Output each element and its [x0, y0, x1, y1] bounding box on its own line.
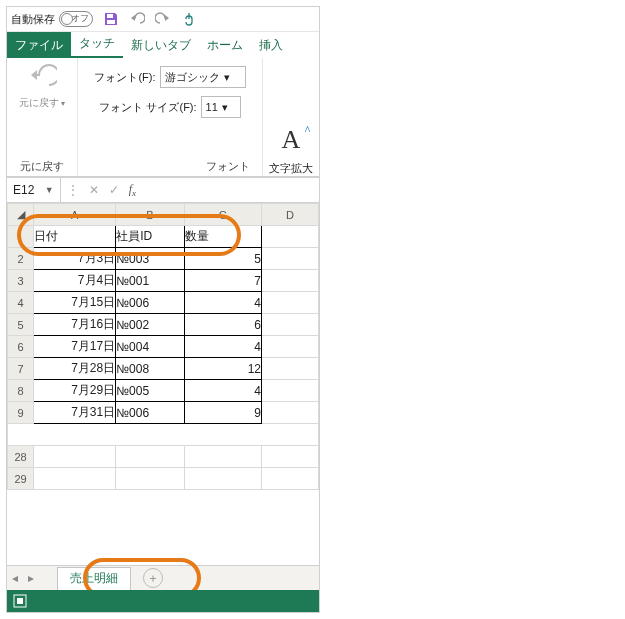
- col-B[interactable]: B: [116, 204, 184, 226]
- cell[interactable]: 7月28日: [34, 358, 116, 380]
- cell[interactable]: 7月4日: [34, 270, 116, 292]
- cell[interactable]: 7月31日: [34, 402, 116, 424]
- cell[interactable]: 7: [184, 270, 261, 292]
- redo-icon[interactable]: [155, 11, 171, 27]
- cell[interactable]: [262, 336, 319, 358]
- cell[interactable]: [262, 468, 319, 490]
- cell[interactable]: 7月15日: [34, 292, 116, 314]
- row-header[interactable]: 28: [8, 446, 34, 468]
- cell[interactable]: №005: [116, 380, 184, 402]
- cell[interactable]: 7月3日: [34, 248, 116, 270]
- col-D[interactable]: D: [262, 204, 319, 226]
- svg-rect-3: [17, 598, 23, 604]
- cell[interactable]: [116, 468, 184, 490]
- row-header[interactable]: 1: [8, 226, 34, 248]
- autosave-toggle[interactable]: 自動保存 オフ: [11, 11, 93, 27]
- row-header[interactable]: 6: [8, 336, 34, 358]
- cell[interactable]: №003: [116, 248, 184, 270]
- svg-rect-0: [107, 14, 113, 18]
- cell[interactable]: [34, 468, 116, 490]
- cell[interactable]: [262, 270, 319, 292]
- cell[interactable]: 4: [184, 292, 261, 314]
- cell[interactable]: 4: [184, 380, 261, 402]
- cell[interactable]: №006: [116, 292, 184, 314]
- cell[interactable]: 4: [184, 336, 261, 358]
- undo-label: 元に戻す▾: [19, 96, 65, 110]
- dots-icon: ⋮: [67, 183, 79, 197]
- undo-icon[interactable]: [129, 11, 145, 27]
- sheet-tab-active[interactable]: 売上明細: [57, 567, 131, 590]
- formula-bar[interactable]: [142, 178, 319, 202]
- row-header[interactable]: 5: [8, 314, 34, 336]
- touch-icon[interactable]: [181, 11, 197, 27]
- tab-touch[interactable]: タッチ: [71, 30, 123, 58]
- font-combo[interactable]: 游ゴシック▾: [160, 66, 246, 88]
- cell[interactable]: [184, 446, 261, 468]
- cell[interactable]: [262, 292, 319, 314]
- sheet-nav-prev[interactable]: ◂: [7, 571, 23, 585]
- cell[interactable]: [262, 358, 319, 380]
- cell[interactable]: [262, 314, 319, 336]
- row-header[interactable]: 4: [8, 292, 34, 314]
- cell[interactable]: 12: [184, 358, 261, 380]
- cell[interactable]: 6: [184, 314, 261, 336]
- svg-rect-1: [107, 20, 115, 24]
- cell[interactable]: №001: [116, 270, 184, 292]
- cell[interactable]: [262, 226, 319, 248]
- undo-group-label: 元に戻す: [20, 159, 64, 174]
- undo-button[interactable]: [26, 62, 58, 94]
- col-C[interactable]: C: [184, 204, 261, 226]
- cell[interactable]: №008: [116, 358, 184, 380]
- row-header[interactable]: 29: [8, 468, 34, 490]
- enlarge-button[interactable]: A^ 文字拡大: [263, 58, 319, 176]
- cell[interactable]: [116, 446, 184, 468]
- tab-home[interactable]: ホーム: [199, 32, 251, 58]
- cell[interactable]: [262, 446, 319, 468]
- tab-insert[interactable]: 挿入: [251, 32, 291, 58]
- enlarge-label: 文字拡大: [269, 161, 313, 176]
- cell[interactable]: [184, 468, 261, 490]
- cell[interactable]: 数量: [184, 226, 261, 248]
- fontsize-combo[interactable]: 11▾: [201, 96, 241, 118]
- add-sheet-button[interactable]: ＋: [143, 568, 163, 588]
- cell[interactable]: 9: [184, 402, 261, 424]
- font-group-label: フォント: [206, 159, 250, 174]
- name-box[interactable]: E12▼: [7, 178, 61, 202]
- cell[interactable]: [262, 402, 319, 424]
- row-header[interactable]: 3: [8, 270, 34, 292]
- autosave-label: 自動保存: [11, 12, 55, 27]
- cell[interactable]: 7月17日: [34, 336, 116, 358]
- row-header[interactable]: 8: [8, 380, 34, 402]
- tab-newtab[interactable]: 新しいタブ: [123, 32, 199, 58]
- cell[interactable]: 5: [184, 248, 261, 270]
- cell[interactable]: 日付: [34, 226, 116, 248]
- fontsize-label: フォント サイズ(F):: [99, 100, 196, 115]
- row-header[interactable]: 9: [8, 402, 34, 424]
- fx-icon[interactable]: fx: [129, 182, 136, 198]
- save-icon[interactable]: [103, 11, 119, 27]
- font-label: フォント(F):: [94, 70, 155, 85]
- autosave-state: オフ: [71, 12, 89, 25]
- col-A[interactable]: A: [34, 204, 116, 226]
- cell[interactable]: №002: [116, 314, 184, 336]
- enter-icon[interactable]: ✓: [109, 183, 119, 197]
- cell[interactable]: [262, 248, 319, 270]
- cell[interactable]: 7月16日: [34, 314, 116, 336]
- cell[interactable]: 7月29日: [34, 380, 116, 402]
- record-macro-icon[interactable]: [13, 594, 27, 608]
- cell[interactable]: №004: [116, 336, 184, 358]
- cell[interactable]: 社員ID: [116, 226, 184, 248]
- row-header[interactable]: 7: [8, 358, 34, 380]
- row-header[interactable]: 2: [8, 248, 34, 270]
- cancel-icon[interactable]: ✕: [89, 183, 99, 197]
- cell[interactable]: [34, 446, 116, 468]
- sheet-nav-next[interactable]: ▸: [23, 571, 39, 585]
- tab-file[interactable]: ファイル: [7, 32, 71, 58]
- cell[interactable]: [262, 380, 319, 402]
- select-all[interactable]: ◢: [8, 204, 34, 226]
- cell[interactable]: №006: [116, 402, 184, 424]
